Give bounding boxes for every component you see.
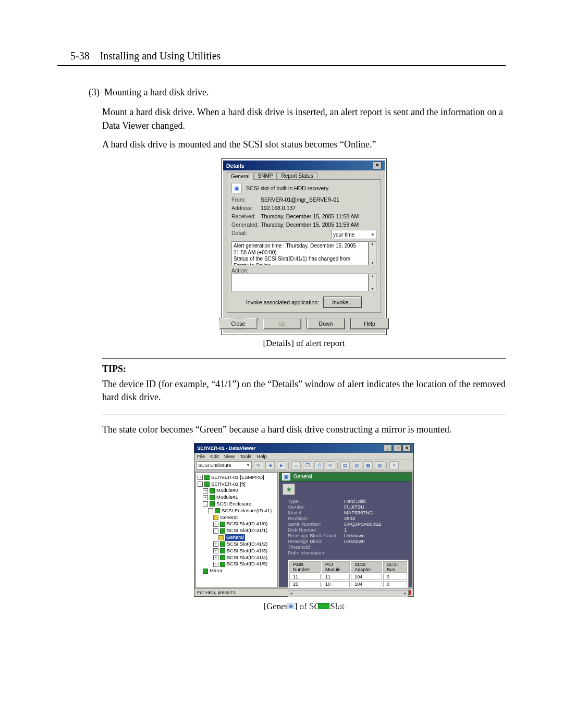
status-led-green xyxy=(318,603,329,609)
address-label: Address: xyxy=(231,205,261,211)
tree-pane[interactable]: +SERVER-01 [ESMPRO] -SERVER-01 [ft] +Mod… xyxy=(195,472,278,587)
maximize-icon[interactable]: □ xyxy=(393,445,401,452)
copy-icon[interactable]: ❐ xyxy=(303,461,312,470)
module-icon xyxy=(210,495,215,500)
slot-icon xyxy=(220,528,225,534)
th-pci[interactable]: PCI Module xyxy=(322,561,350,573)
print-icon[interactable]: ⎙ xyxy=(314,461,324,470)
type-label: Type: xyxy=(288,498,344,504)
address-value: 192.168.0.137 xyxy=(261,205,376,211)
dv-menubar[interactable]: File Edit View Tools Help xyxy=(194,453,413,460)
table-row[interactable]: 25 10 104 0 xyxy=(289,581,407,587)
slot-icon xyxy=(220,548,225,553)
close-icon[interactable]: ✕ xyxy=(373,162,382,169)
from-label: From: xyxy=(231,196,261,203)
tab-report-status[interactable]: Report Status xyxy=(277,172,317,179)
tips-rule-bottom xyxy=(102,414,506,414)
toolbar-sep xyxy=(386,462,387,469)
menu-help[interactable]: Help xyxy=(256,453,267,459)
details-dialog-wrap: Details ✕ General SNMP Report Status ▣ S… xyxy=(221,158,387,335)
chevron-down-icon: ▼ xyxy=(246,463,250,467)
back-icon[interactable]: ◄ xyxy=(265,461,275,470)
tool-icon[interactable]: ▦ xyxy=(363,461,373,470)
tool-icon[interactable]: ▤ xyxy=(340,461,350,470)
tree-item[interactable]: SCSI Enclosure xyxy=(216,501,251,507)
detail-scrollbar[interactable]: ▲▼ xyxy=(369,241,376,265)
tab-general[interactable]: General xyxy=(227,172,254,180)
page-title: Installing and Using Utilities xyxy=(100,50,221,61)
th-pass[interactable]: Pass Number xyxy=(289,561,321,573)
tree-item[interactable]: Module#1 xyxy=(216,494,238,500)
up-button[interactable]: Up xyxy=(263,318,301,329)
tree-item[interactable]: Mirror xyxy=(210,567,223,573)
paragraph-2: A hard disk drive is mounted and the SCS… xyxy=(102,138,506,151)
rbt-value: Unknown xyxy=(344,538,408,550)
step-title: Mounting a hard disk drive. xyxy=(104,87,209,97)
path-table: Pass Number PCI Module SCSI Adapter SCSI… xyxy=(288,560,409,589)
rbc-value: Unknown xyxy=(344,533,408,538)
tree-item[interactable]: SCSI Slot(ID:41/1) xyxy=(227,527,267,533)
table-row[interactable]: 11 11 104 0 xyxy=(289,574,407,580)
fwd-icon[interactable]: ► xyxy=(277,461,286,470)
panel-header-icon: ▣ xyxy=(282,473,290,480)
state-paragraph: The state color becomes “Green” because … xyxy=(102,423,506,436)
dialog-titlebar[interactable]: Details ✕ xyxy=(223,161,385,170)
properties: Type:Hard Disk Vendor:FUJITSU Model:MAP3… xyxy=(279,497,412,559)
menu-file[interactable]: File xyxy=(197,453,205,459)
action-scrollbar[interactable]: ▲▼ xyxy=(369,274,376,291)
dv-titlebar[interactable]: SERVER-01 - DataViewer _ □ ✕ xyxy=(194,443,413,453)
detail-textarea[interactable]: Alert generation time : Thursday, Decemb… xyxy=(231,241,369,265)
cell: 11 xyxy=(289,574,321,580)
th-adapter[interactable]: SCSI Adapter xyxy=(351,561,382,573)
th-bus[interactable]: SCSI Bus xyxy=(383,561,407,573)
hdd-icon: ◉ xyxy=(283,484,295,495)
invoke-button[interactable]: Invoke... xyxy=(323,297,362,308)
help-button[interactable]: Help xyxy=(350,318,389,329)
menu-tools[interactable]: Tools xyxy=(240,453,251,459)
action-textarea[interactable] xyxy=(231,274,369,291)
slot-icon xyxy=(220,562,225,567)
menu-edit[interactable]: Edit xyxy=(210,453,218,459)
tree-item[interactable]: SCSI Enclosure(ID:41) xyxy=(222,508,272,513)
status-value: [Online] xyxy=(333,603,350,609)
tree-item[interactable]: SERVER-01 [ft] xyxy=(211,481,246,487)
toolbar-combo[interactable]: SCSI Enclosure ▼ xyxy=(197,461,252,470)
path-label: Path Information : xyxy=(288,550,344,556)
tips-rule-top xyxy=(102,358,506,359)
tree-item[interactable]: SCSI Slot(ID:41/2) xyxy=(227,541,267,547)
received-label: Received: xyxy=(231,213,261,219)
alert-summary: SCSI slot of built-in HDD recovery xyxy=(246,185,328,191)
close-icon[interactable]: ✕ xyxy=(402,445,411,452)
slot-status-row: ◉ Status : [Online] xyxy=(279,602,412,610)
tree-item[interactable]: General xyxy=(220,514,238,520)
doc-icon[interactable]: ▭ xyxy=(291,461,301,470)
table-hscroll[interactable]: ◄► xyxy=(288,590,409,597)
tool-icon[interactable]: ▧ xyxy=(375,461,384,470)
tab-snmp[interactable]: SNMP xyxy=(254,172,277,179)
slot-icon xyxy=(220,541,225,547)
down-button[interactable]: Down xyxy=(307,318,345,329)
general-icon xyxy=(218,535,224,540)
detail-pane: ▣ General ◉ Type:Hard Disk Vendor:FUJITS… xyxy=(279,472,412,587)
close-button[interactable]: Close xyxy=(219,318,258,329)
cell: 104 xyxy=(351,581,382,587)
tree-root[interactable]: SERVER-01 [ESMPRO] xyxy=(211,474,264,480)
tree-item[interactable]: SCSI Slot(ID:41/3) xyxy=(227,548,267,553)
status-icon: ◉ xyxy=(287,602,295,610)
action-label: Action: xyxy=(231,267,376,274)
help-icon[interactable]: ? xyxy=(389,461,399,470)
refresh-icon[interactable]: ↻ xyxy=(254,461,263,470)
tool-icon[interactable]: ▥ xyxy=(352,461,361,470)
received-value: Thursday, December 15, 2005 11:58 AM xyxy=(261,213,376,219)
minimize-icon[interactable]: _ xyxy=(384,445,392,452)
tree-item[interactable]: SCSI Slot(ID:41/4) xyxy=(227,554,267,560)
menu-view[interactable]: View xyxy=(224,453,235,459)
time-selector[interactable]: your time ▼ xyxy=(332,230,376,239)
general-icon xyxy=(213,515,218,520)
mail-icon[interactable]: ✉ xyxy=(326,461,335,470)
statusbar-help: For Help, press F1 xyxy=(197,590,236,595)
tree-item[interactable]: SCSI Slot(ID:41/0) xyxy=(227,521,267,526)
tree-item[interactable]: SCSI Slot(ID:41/5) xyxy=(227,561,267,566)
tree-item-selected[interactable]: General xyxy=(225,534,245,541)
tree-item[interactable]: Module#0 xyxy=(216,487,238,493)
